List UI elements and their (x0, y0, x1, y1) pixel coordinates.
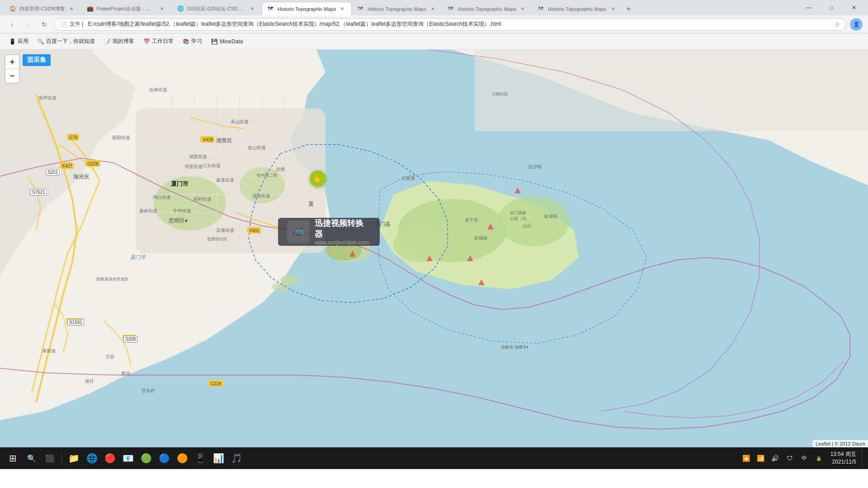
tray-shield[interactable]: 🛡 (783, 452, 796, 465)
address-input[interactable]: 📄 文件 | E:/csdn博客/地图之家/leaflet篇/52.（leafl… (54, 18, 846, 31)
tab-favicon-3: 🌐 (177, 5, 184, 13)
hand-cursor-icon: ✋ (313, 174, 323, 183)
apps-label: 应用 (18, 38, 28, 45)
address-bar: ‹ › ↻ 📄 文件 | E:/csdn博客/地图之家/leaflet篇/52.… (0, 15, 868, 33)
tab-favicon-2: 💼 (87, 5, 94, 13)
taskbar-red-app[interactable]: 🔴 (102, 450, 118, 466)
tab-csdn[interactable]: 🏠 内容管理-CSDN博客 ✕ (4, 2, 81, 15)
taskbar-music[interactable]: 🎵 (228, 450, 245, 466)
taskbar-mail[interactable]: 📧 (120, 450, 136, 466)
study-label: 学习 (191, 38, 202, 45)
tab-historic-maps-7[interactable]: 🗺 Historic Topographic Maps ✕ (532, 2, 622, 15)
tab-favicon-7: 🗺 (538, 5, 545, 13)
tab-close-7[interactable]: ✕ (609, 5, 617, 13)
cursor-indicator: ✋ (310, 170, 326, 187)
maximize-button[interactable]: □ (821, 0, 842, 15)
video-overlay-title: 迅捷视频转换器 (315, 218, 371, 239)
red-app-icon: 🔴 (104, 453, 116, 464)
tab-gis[interactable]: 🌐 GIS社区-GIS论坛-CSDN社区云... ✕ (171, 2, 262, 15)
taskbar-taskview[interactable]: ⬛ (42, 450, 58, 466)
taskbar-orange-app[interactable]: 🟠 (174, 450, 190, 466)
tab-close-5[interactable]: ✕ (429, 5, 436, 13)
svg-rect-38 (60, 162, 73, 169)
search-icon: 🔍 (27, 454, 36, 463)
bookmark-study[interactable]: 📚 学习 (179, 36, 206, 47)
title-bar: 🏠 内容管理-CSDN博客 ✕ 💼 PowerProject企业版 - 个人首页… (0, 0, 868, 15)
tab-favicon-5: 🗺 (358, 5, 365, 13)
baidu-label: 百度一下，你就知道 (46, 38, 95, 45)
tray-network[interactable]: 📶 (755, 452, 767, 465)
tab-title-6: Historic Topographic Maps (458, 6, 516, 12)
svg-rect-37 (200, 136, 214, 142)
taskbar-excel[interactable]: 📊 (210, 450, 226, 466)
close-button[interactable]: ✕ (844, 0, 864, 15)
svg-point-6 (393, 226, 448, 262)
bookmarks-bar: 📱 应用 🔍 百度一下，你就知道 📝 我的博客 📅 工作日常 📚 学习 💾 Mi… (0, 33, 868, 50)
work-label: 工作日常 (152, 38, 174, 45)
window-controls: — □ ✕ (798, 0, 864, 15)
tab-close-1[interactable]: ✕ (68, 5, 75, 13)
green-app-icon: 🟢 (141, 453, 152, 464)
browser-window: 🏠 内容管理-CSDN博客 ✕ 💼 PowerProject企业版 - 个人首页… (0, 0, 868, 469)
tab-close-2[interactable]: ✕ (158, 5, 165, 13)
taskbar-search[interactable]: 🔍 (24, 450, 40, 466)
bookmark-apps[interactable]: 📱 应用 (5, 36, 32, 47)
svg-rect-41 (123, 335, 136, 341)
taskbar-file-explorer[interactable]: 📁 (66, 450, 82, 466)
tab-close-3[interactable]: ✕ (249, 5, 256, 13)
show-desktop-button[interactable] (862, 449, 864, 467)
bookmark-blog[interactable]: 📝 我的博客 (100, 36, 138, 47)
file-icon: 📄 (60, 21, 67, 28)
tab-historic-maps-4[interactable]: 🗺 Historic Topographic Maps ✕ (262, 2, 352, 15)
tab-powerproject[interactable]: 💼 PowerProject企业版 - 个人首页 ✕ (81, 2, 171, 15)
tab-favicon-6: 🗺 (448, 5, 455, 13)
apps-icon: 📱 (9, 38, 16, 45)
tray-antivirus[interactable]: 🔒 (812, 452, 825, 465)
video-overlay-text: 迅捷视频转换器 www.xunjieshijian.com (315, 218, 371, 246)
svg-rect-33 (29, 188, 48, 194)
zoom-out-button[interactable]: − (5, 69, 19, 83)
svg-rect-32 (45, 168, 61, 174)
map-background (0, 50, 868, 447)
file-label: 文件 | (70, 20, 83, 28)
back-button[interactable]: ‹ (5, 18, 18, 31)
svg-rect-34 (67, 134, 79, 140)
minimize-button[interactable]: — (798, 0, 819, 15)
draw-label-button[interactable]: 面采集 (23, 54, 51, 66)
folder-icon: 📁 (68, 453, 80, 464)
tab-close-4[interactable]: ✕ (339, 5, 346, 13)
taskview-icon: ⬛ (45, 454, 54, 463)
zoom-in-button[interactable]: + (5, 55, 19, 69)
tab-historic-maps-6[interactable]: 🗺 Historic Topographic Maps ✕ (442, 2, 532, 15)
study-icon: 📚 (183, 38, 189, 45)
svg-rect-35 (85, 160, 100, 166)
svg-rect-39 (247, 227, 260, 233)
tray-volume[interactable]: 🔊 (769, 452, 782, 465)
edge-icon: 🌐 (86, 453, 98, 464)
taskbar-green-app[interactable]: 🟢 (138, 450, 154, 466)
taskbar-phone-app[interactable]: 📱 (192, 450, 208, 466)
map-container[interactable]: 东坪街道 吉林街道 新阳街道 湖里区 禾山街道 湖里街道 海沧区 湾里街道 金山… (0, 50, 868, 447)
tab-close-6[interactable]: ✕ (519, 5, 526, 13)
taskbar-clock[interactable]: 13:54 周五 2021/11/5 (827, 450, 860, 466)
address-url: E:/csdn博客/地图之家/leaflet篇/52.（leaflet篇）lea… (88, 20, 832, 28)
star-icon[interactable]: ☆ (835, 21, 840, 28)
taskbar-blue-app[interactable]: 🔵 (156, 450, 172, 466)
refresh-button[interactable]: ↻ (38, 18, 51, 31)
taskbar-edge[interactable]: 🌐 (84, 450, 100, 466)
tab-favicon-1: 🏠 (9, 5, 17, 13)
tab-historic-maps-5[interactable]: 🗺 Historic Topographic Maps ✕ (352, 2, 442, 15)
forward-button[interactable]: › (22, 18, 34, 31)
minedata-label: MineData (220, 38, 243, 45)
bookmark-work[interactable]: 📅 工作日常 (140, 36, 177, 47)
bookmark-baidu[interactable]: 🔍 百度一下，你就知道 (34, 36, 99, 47)
tray-chevron[interactable]: 🔼 (740, 452, 753, 465)
tray-input-method[interactable]: 中 (798, 452, 811, 465)
start-button[interactable]: ⊞ (4, 449, 22, 467)
profile-icon[interactable]: 👤 (850, 18, 863, 31)
svg-rect-40 (66, 318, 83, 324)
orange-app-icon: 🟠 (177, 453, 188, 464)
clock-time: 13:54 周五 (830, 450, 856, 458)
bookmark-minedata[interactable]: 💾 MineData (208, 36, 246, 47)
new-tab-button[interactable]: + (623, 3, 635, 15)
